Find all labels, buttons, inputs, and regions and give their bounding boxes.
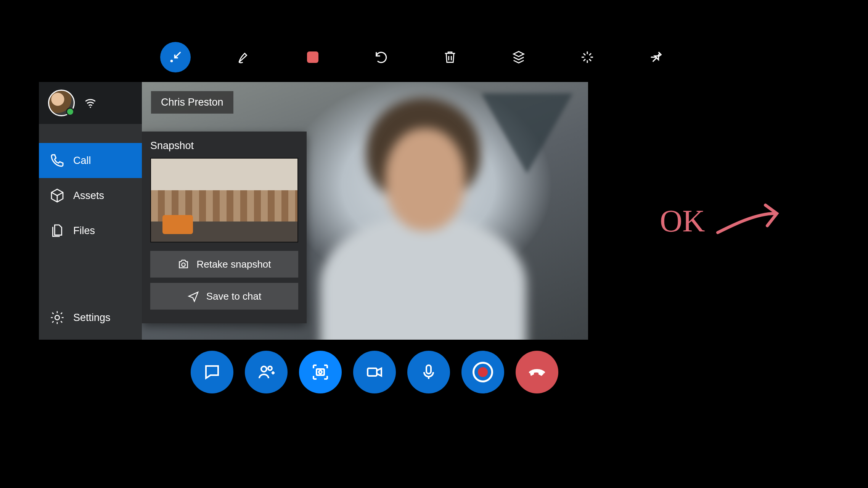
undo-button[interactable] xyxy=(366,42,397,72)
sidebar: Call Assets Files Settings xyxy=(39,82,142,340)
phone-icon xyxy=(50,153,65,168)
retake-snapshot-button[interactable]: Retake snapshot xyxy=(150,251,298,278)
call-controls xyxy=(191,351,558,393)
add-people-button[interactable] xyxy=(245,351,288,393)
snapshot-thumbnail[interactable] xyxy=(150,158,298,242)
add-people-icon xyxy=(257,363,275,381)
sidebar-item-settings[interactable]: Settings xyxy=(39,300,142,335)
svg-point-1 xyxy=(90,107,91,108)
layers-button[interactable] xyxy=(503,42,534,72)
ink-arrow-icon xyxy=(714,198,783,244)
annotation-toolbar xyxy=(160,42,671,72)
snapshot-panel: Snapshot Retake snapshot Save to chat xyxy=(142,132,307,323)
package-icon xyxy=(50,188,65,203)
wifi-icon xyxy=(84,96,97,109)
svg-point-3 xyxy=(182,263,185,266)
toggle-mic-button[interactable] xyxy=(407,351,450,393)
video-feed: Chris Preston Snapshot Retake snapshot S… xyxy=(142,82,588,340)
sidebar-item-files[interactable]: Files xyxy=(39,213,142,248)
user-avatar[interactable] xyxy=(48,90,75,116)
send-icon xyxy=(187,290,199,302)
svg-point-4 xyxy=(261,366,267,372)
svg-point-0 xyxy=(170,60,173,63)
video-icon xyxy=(365,363,384,381)
hang-up-icon xyxy=(528,363,546,381)
toggle-video-button[interactable] xyxy=(353,351,396,393)
hang-up-button[interactable] xyxy=(516,351,558,393)
expand-icon xyxy=(580,50,595,65)
layers-icon xyxy=(511,50,526,65)
ink-annotation: OK xyxy=(660,198,783,244)
sidebar-header xyxy=(39,82,142,124)
svg-point-7 xyxy=(319,371,322,374)
undo-icon xyxy=(374,50,389,65)
stop-recording-icon xyxy=(307,51,318,63)
sidebar-item-label: Assets xyxy=(73,190,104,202)
record-button[interactable] xyxy=(461,351,504,393)
retake-snapshot-label: Retake snapshot xyxy=(196,258,271,270)
sidebar-item-assets[interactable]: Assets xyxy=(39,178,142,213)
stop-recording-button[interactable] xyxy=(297,42,328,72)
pen-icon xyxy=(236,50,252,65)
svg-point-5 xyxy=(268,366,272,370)
gear-icon xyxy=(50,310,65,325)
camera-snap-icon xyxy=(311,363,330,381)
svg-point-2 xyxy=(55,315,59,320)
presence-indicator xyxy=(66,108,74,116)
collapse-arrows-icon xyxy=(168,50,183,65)
pin-button[interactable] xyxy=(641,42,671,72)
trash-icon xyxy=(442,50,458,65)
participant-name: Chris Preston xyxy=(161,96,223,108)
sidebar-nav: Call Assets Files Settings xyxy=(39,124,142,340)
sidebar-item-label: Settings xyxy=(73,312,111,324)
camera-retake-icon xyxy=(177,258,190,270)
participant-name-tag: Chris Preston xyxy=(151,91,233,114)
pin-icon xyxy=(648,50,664,65)
files-icon xyxy=(50,223,65,238)
save-to-chat-button[interactable]: Save to chat xyxy=(150,283,298,310)
collapse-arrows-button[interactable] xyxy=(160,42,191,72)
chat-icon xyxy=(203,363,221,381)
sidebar-item-call[interactable]: Call xyxy=(39,143,142,178)
snapshot-title: Snapshot xyxy=(150,140,298,152)
sidebar-item-label: Call xyxy=(73,155,91,167)
svg-rect-8 xyxy=(368,368,377,376)
sidebar-item-label: Files xyxy=(73,225,95,237)
save-to-chat-label: Save to chat xyxy=(206,291,262,302)
mic-icon xyxy=(420,363,438,381)
remote-participant xyxy=(320,98,526,340)
chat-button[interactable] xyxy=(191,351,233,393)
take-snapshot-button[interactable] xyxy=(299,351,342,393)
remote-assist-window: Call Assets Files Settings xyxy=(39,82,588,340)
pen-button[interactable] xyxy=(229,42,259,72)
ink-text: OK xyxy=(660,203,705,239)
trash-button[interactable] xyxy=(435,42,465,72)
record-icon xyxy=(473,362,493,382)
expand-button[interactable] xyxy=(572,42,603,72)
svg-rect-9 xyxy=(426,365,431,374)
